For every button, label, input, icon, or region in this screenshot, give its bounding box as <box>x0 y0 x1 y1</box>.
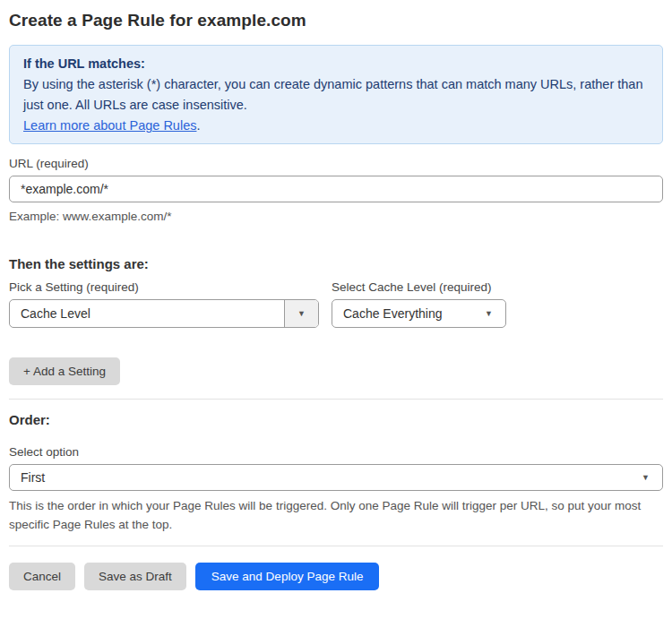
link-suffix: . <box>196 118 200 133</box>
learn-more-link[interactable]: Learn more about Page Rules <box>23 118 196 133</box>
url-field-label: URL (required) <box>9 157 663 170</box>
info-box-link-line: Learn more about Page Rules. <box>23 116 649 136</box>
setting-picker-dropdown[interactable]: Cache Level ▼ <box>9 299 319 328</box>
footer-buttons: Cancel Save as Draft Save and Deploy Pag… <box>9 563 663 590</box>
chevron-down-icon: ▼ <box>642 474 662 482</box>
chevron-down-icon: ▼ <box>485 310 505 318</box>
add-setting-button[interactable]: + Add a Setting <box>9 357 120 385</box>
order-helper-text: This is the order in which your Page Rul… <box>9 496 663 534</box>
order-dropdown[interactable]: First ▼ <box>9 464 663 491</box>
footer-divider <box>9 546 663 546</box>
cache-level-dropdown[interactable]: Cache Everything ▼ <box>332 299 506 328</box>
setting-picker-value: Cache Level <box>10 306 284 321</box>
page-title: Create a Page Rule for example.com <box>9 11 663 30</box>
url-input[interactable] <box>9 176 663 202</box>
order-value: First <box>10 470 642 485</box>
setting-picker-label: Pick a Setting (required) <box>9 280 319 294</box>
settings-row: Pick a Setting (required) Cache Level ▼ … <box>9 280 663 328</box>
order-select-label: Select option <box>9 445 663 459</box>
order-section-heading: Order: <box>9 412 663 427</box>
url-match-info-box: If the URL matches: By using the asteris… <box>9 45 663 144</box>
cache-level-picker-field: Select Cache Level (required) Cache Ever… <box>332 280 506 328</box>
cancel-button[interactable]: Cancel <box>9 563 75 590</box>
save-and-deploy-button[interactable]: Save and Deploy Page Rule <box>195 563 380 590</box>
section-divider <box>9 399 663 400</box>
setting-picker-arrow-segment[interactable]: ▼ <box>284 300 318 327</box>
chevron-down-icon: ▼ <box>297 310 306 318</box>
settings-section-heading: Then the settings are: <box>9 256 663 271</box>
cache-level-value: Cache Everything <box>332 306 485 321</box>
info-box-body: By using the asterisk (*) character, you… <box>23 74 649 116</box>
cache-level-picker-label: Select Cache Level (required) <box>332 280 506 294</box>
setting-picker-field: Pick a Setting (required) Cache Level ▼ <box>9 280 319 328</box>
info-box-heading: If the URL matches: <box>23 54 649 74</box>
save-as-draft-button[interactable]: Save as Draft <box>84 563 186 590</box>
url-field-helper: Example: www.example.com/* <box>9 207 663 226</box>
